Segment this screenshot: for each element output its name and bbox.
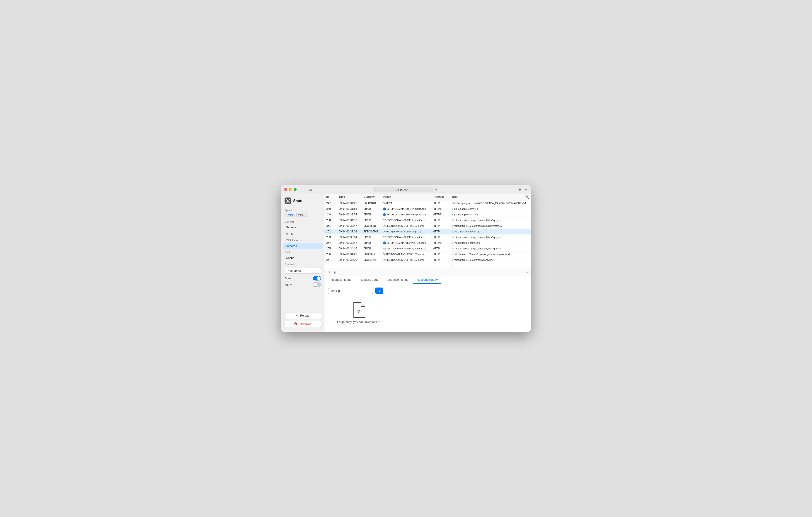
cell-policy: REJECT(DOMAIN-SUFFIX,monitor.uu.qq.com) — [381, 235, 431, 240]
cell-time: 09-14 01:32:47 — [337, 223, 362, 228]
reload-icon: ↺ — [296, 314, 299, 317]
rule-mode-select-wrapper[interactable]: Rule Mode ▾ — [285, 268, 321, 274]
cell-id: 248 — [324, 206, 337, 212]
table-row[interactable]: 250 09-14 01:31:57 0B/0B REJECT(DOMAIN-S… — [324, 217, 531, 223]
tab-request-header[interactable]: Request-Header — [327, 276, 356, 284]
cell-policy: 🔵 6e_JP(DOMAIN-SUFFIX,apple.com) — [381, 206, 431, 212]
cell-time: 09-14 01:31:22 — [337, 200, 362, 206]
arrange-button[interactable]: ⊞ — [517, 187, 522, 192]
table-header: ID Time Up/Down Policy Protocol URL 🔍 — [324, 194, 531, 200]
table-row[interactable]: 252 09-14 01:33:02 2KB/105MB DIRECT(DOMA… — [324, 229, 531, 235]
titlebar-center: ↺ — [374, 187, 438, 192]
cell-policy: DIRECT(DOMAIN-SUFFIX,163.com) — [381, 223, 431, 228]
forward-button[interactable]: › — [303, 187, 307, 192]
cell-id — [324, 264, 337, 267]
sidebar: S Shuttle Speed ↑ 0B/s 0B/s ↓ General Se… — [281, 194, 324, 332]
maximize-button[interactable] — [294, 188, 296, 191]
table-row[interactable]: 247 09-14 01:31:22 368B/1KB DIRECT HTTP … — [324, 200, 531, 206]
expand-panel-button[interactable]: ⌄ — [526, 270, 528, 274]
table-row-partial[interactable]: ↓ — [324, 263, 531, 268]
cell-updown: 2KB/105MB — [362, 229, 381, 234]
sidebar-toggle-button[interactable]: ⊟ — [308, 187, 313, 192]
shutdown-button[interactable]: ⏻ Shutdown — [285, 321, 321, 327]
mitm-toggle-row: MITM — [281, 281, 324, 288]
rule-mode-select[interactable]: Rule Mode — [285, 268, 321, 274]
col-header-protocol: Protocol — [431, 194, 450, 200]
large-body-message: Large body, you can download it! — [337, 320, 380, 324]
cell-updown: 3KB/1KB — [362, 251, 381, 257]
filename-input[interactable] — [328, 288, 373, 294]
cell-updown: 2KB/852B — [362, 223, 381, 228]
cell-url: ↓ http://music.163.com/eapi/song/enhance… — [450, 252, 531, 257]
cell-protocol: HTTP — [431, 251, 450, 257]
dump-toggle[interactable] — [313, 276, 321, 280]
cell-time: 09-14 01:31:57 — [337, 217, 362, 223]
cell-policy: 🔵 6e_JP(DOMAIN-KEYWORD,google) — [381, 240, 431, 246]
file-question-icon: ? — [352, 302, 366, 318]
new-tab-button[interactable]: + — [524, 187, 528, 192]
traffic-lights — [284, 188, 296, 191]
cell-protocol: HTTP — [431, 217, 450, 223]
url-search-button[interactable]: 🔍 — [525, 195, 529, 199]
cell-policy: DIRECT(DOMAIN-SUFFIX,163.com) — [381, 252, 431, 257]
sidebar-bottom: ↺ Reload ⏻ Shutdown — [281, 310, 324, 329]
sidebar-item-cache[interactable]: Cache — [283, 255, 323, 261]
minimize-button[interactable] — [289, 188, 292, 191]
tab-request-body[interactable]: Request-Body — [356, 276, 382, 284]
dump-label: Dump — [285, 277, 292, 280]
table-row[interactable]: 251 09-14 01:32:47 2KB/852B DIRECT(DOMAI… — [324, 223, 531, 229]
table-row[interactable]: 253 09-14 01:33:14 0B/0B REJECT(DOMAIN-S… — [324, 235, 531, 240]
mitm-toggle-label: MITM — [285, 283, 292, 287]
refresh-records-button[interactable]: ↺ — [327, 270, 331, 275]
url-bar[interactable] — [374, 187, 433, 192]
tab-response-header[interactable]: Response-Header — [382, 276, 413, 284]
table-row[interactable]: 249 09-14 01:31:54 0B/0B 🔵 6e_JP(DOMAIN-… — [324, 212, 531, 217]
close-button[interactable] — [284, 188, 287, 191]
col-header-id: ID — [324, 194, 337, 200]
tab-response-body[interactable]: Response-Body — [413, 276, 441, 284]
cell-policy — [381, 264, 431, 267]
dns-section-label: DNS — [281, 249, 324, 255]
main-content: S Shuttle Speed ↑ 0B/s 0B/s ↓ General Se… — [281, 194, 531, 332]
cell-policy: REJECT(DOMAIN-SUFFIX,monitor.uu.qq.com) — [381, 218, 431, 223]
download-file-button[interactable]: ↓ — [375, 288, 383, 294]
cell-id: 256 — [324, 251, 337, 257]
reload-button[interactable]: ↺ Reload — [285, 312, 321, 319]
table-row[interactable]: 254 09-14 01:33:42 0B/0B 🔵 6e_JP(DOMAIN-… — [324, 240, 531, 246]
sidebar-item-servers[interactable]: Servers — [283, 224, 323, 230]
sidebar-item-mitm[interactable]: MITM — [283, 231, 323, 237]
shutdown-label: Shutdown — [298, 322, 312, 326]
svg-text:S: S — [287, 199, 289, 202]
content-area: ID Time Up/Down Policy Protocol URL 🔍 24… — [324, 194, 531, 332]
cell-updown: 0B/0B — [362, 206, 381, 212]
cell-time: 09-14 01:34:20 — [337, 257, 362, 263]
cell-url: ↓ http://music.163.com/eapi/copyright/re… — [450, 223, 531, 228]
cell-updown: 368B/1KB — [362, 200, 381, 206]
cell-protocol: HTTP — [431, 223, 450, 228]
panel-toolbar: ↺ 🗑 ⌄ — [324, 268, 531, 276]
download-arrow-icon: ↓ — [378, 289, 380, 293]
dump-toggle-row: Dump — [281, 275, 324, 281]
records-table[interactable]: 247 09-14 01:31:22 368B/1KB DIRECT HTTP … — [324, 200, 531, 268]
delete-button[interactable]: 🗑 — [332, 270, 337, 275]
cell-policy: 🔵 6e_JP(DOMAIN-SUFFIX,apple.com) — [381, 212, 431, 217]
titlebar: ‹ › ⊟ ↺ ↑ ⊞ + — [281, 185, 531, 194]
mitm-toggle[interactable] — [313, 282, 321, 287]
sidebar-item-records[interactable]: Records — [283, 243, 323, 249]
dump-toggle-thumb — [317, 276, 321, 280]
cell-updown — [362, 264, 381, 267]
refresh-button[interactable]: ↺ — [435, 188, 438, 191]
large-body-area: ? Large body, you can download it! — [328, 298, 389, 328]
table-row[interactable]: 257 09-14 01:34:20 2KB/11KB DIRECT(DOMAI… — [324, 257, 531, 263]
table-row[interactable]: 256 09-14 01:34:20 3KB/1KB DIRECT(DOMAIN… — [324, 251, 531, 257]
table-row[interactable]: 255 09-14 01:34:16 0B/0B REJECT(DOMAIN-S… — [324, 246, 531, 251]
cell-id: 253 — [324, 235, 337, 240]
back-button[interactable]: ‹ — [299, 187, 303, 192]
cell-time: 09-14 01:33:14 — [337, 235, 362, 240]
table-row[interactable]: 248 09-14 01:31:53 0B/0B 🔵 6e_JP(DOMAIN-… — [324, 206, 531, 212]
cell-url: ⊗ http://monitor.uu.qq.com/analytics/rqd… — [450, 246, 531, 251]
col-header-url: URL 🔍 — [450, 194, 531, 200]
share-button[interactable]: ↑ — [512, 187, 516, 192]
cell-url: ↓ http://music.163.com/eapi/song/lyric — [450, 257, 531, 262]
col-header-time: Time — [337, 194, 362, 200]
